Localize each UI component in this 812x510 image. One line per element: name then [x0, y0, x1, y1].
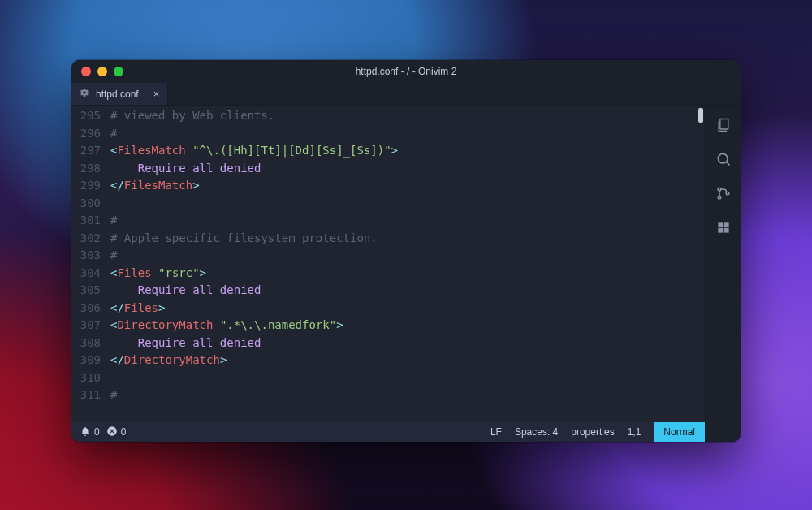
code-line[interactable] [110, 370, 697, 387]
errors-count: 0 [121, 426, 127, 438]
code-line[interactable]: # Apple specific filesystem protection. [110, 230, 697, 248]
window-title: httpd.conf - / - Onivim 2 [71, 66, 741, 77]
line-number: 295 [71, 107, 101, 125]
text-editor[interactable]: 2952962972982993003013023033043053063073… [71, 106, 705, 422]
code-line[interactable]: Require all denied [110, 335, 697, 352]
line-number: 305 [71, 282, 101, 300]
errors-button[interactable]: 0 [106, 426, 127, 439]
source-control-icon[interactable] [715, 185, 732, 205]
close-window-button[interactable] [81, 67, 91, 76]
code-line[interactable]: # viewed by Web clients. [110, 107, 697, 125]
editor-window: httpd.conf - / - Onivim 2 httpd.conf × 2… [71, 60, 741, 442]
status-bar: 0 0 LF Spaces: 4 properties 1,1 Normal [71, 422, 705, 442]
svg-rect-8 [718, 228, 723, 233]
tab-label: httpd.conf [96, 89, 139, 100]
editor-body: 2952962972982993003013023033043053063073… [71, 106, 741, 442]
line-number: 310 [71, 370, 101, 387]
notifications-button[interactable]: 0 [80, 426, 100, 439]
search-icon[interactable] [715, 151, 732, 171]
language-indicator[interactable]: properties [571, 426, 614, 438]
tab-httpd-conf[interactable]: httpd.conf × [71, 83, 168, 105]
scrollbar-thumb[interactable] [698, 108, 703, 123]
editor-pane: 2952962972982993003013023033043053063073… [71, 106, 705, 442]
minimize-window-button[interactable] [97, 67, 107, 76]
line-number: 304 [71, 265, 101, 283]
line-number: 303 [71, 247, 101, 265]
code-line[interactable]: # [110, 212, 697, 230]
code-line[interactable]: <Files "rsrc"> [110, 265, 697, 283]
svg-rect-9 [723, 228, 728, 233]
traffic-lights [71, 67, 123, 76]
line-number: 299 [71, 177, 101, 195]
code-line[interactable]: </FilesMatch> [110, 177, 697, 195]
line-number: 301 [71, 212, 101, 230]
svg-rect-6 [718, 222, 723, 227]
code-line[interactable] [110, 195, 697, 213]
svg-rect-7 [723, 222, 728, 227]
line-number: 311 [71, 387, 101, 404]
code-line[interactable]: # [110, 247, 697, 265]
line-ending-indicator[interactable]: LF [490, 426, 502, 438]
line-number: 297 [71, 142, 101, 160]
cursor-position[interactable]: 1,1 [628, 426, 641, 438]
line-number: 306 [71, 300, 101, 318]
fullscreen-window-button[interactable] [114, 67, 123, 76]
tab-bar: httpd.conf × [71, 83, 741, 106]
notifications-count: 0 [94, 426, 100, 438]
activity-bar [705, 106, 741, 442]
code-line[interactable]: </Files> [110, 300, 697, 318]
error-circle-icon [106, 426, 118, 439]
code-line[interactable]: <FilesMatch "^\.([Hh][Tt]|[Dd][Ss]_[Ss])… [110, 142, 697, 160]
code-line[interactable]: Require all denied [110, 282, 697, 300]
code-line[interactable]: # [110, 125, 697, 143]
line-number: 308 [71, 335, 101, 352]
indent-indicator[interactable]: Spaces: 4 [515, 426, 558, 438]
line-number: 309 [71, 352, 101, 370]
files-icon[interactable] [715, 117, 732, 136]
extensions-icon[interactable] [715, 219, 732, 239]
code-content[interactable]: # viewed by Web clients.#<FilesMatch "^\… [107, 106, 697, 422]
svg-point-5 [726, 192, 729, 195]
titlebar[interactable]: httpd.conf - / - Onivim 2 [71, 60, 741, 83]
code-line[interactable]: Require all denied [110, 160, 697, 178]
line-number: 300 [71, 195, 101, 213]
svg-rect-1 [719, 119, 728, 130]
vertical-scrollbar[interactable] [697, 106, 705, 422]
close-tab-icon[interactable]: × [153, 88, 160, 100]
svg-point-2 [718, 153, 728, 163]
code-line[interactable]: <DirectoryMatch ".*\.\.namedfork"> [110, 317, 697, 335]
code-line[interactable]: </DirectoryMatch> [110, 352, 697, 370]
line-number: 302 [71, 230, 101, 248]
line-number: 296 [71, 125, 101, 143]
line-number: 298 [71, 160, 101, 178]
svg-point-4 [718, 196, 721, 199]
gear-icon [80, 88, 89, 100]
svg-point-3 [718, 188, 721, 191]
line-number-gutter: 2952962972982993003013023033043053063073… [71, 106, 107, 422]
line-number: 307 [71, 317, 101, 335]
vim-mode-indicator: Normal [654, 422, 705, 442]
bell-icon [80, 426, 91, 439]
code-line[interactable]: # [110, 387, 697, 404]
